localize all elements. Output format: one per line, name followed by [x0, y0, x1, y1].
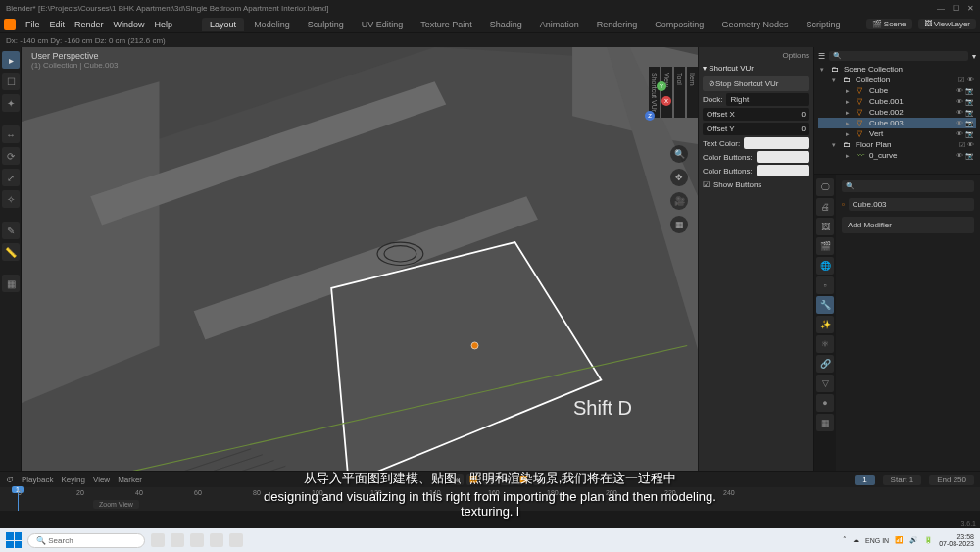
prop-search[interactable]: 🔍 — [842, 180, 974, 192]
taskbar-search[interactable]: 🔍 Search — [27, 533, 145, 548]
select-tool[interactable]: ☐ — [2, 73, 20, 90]
rotate-tool[interactable]: ⟳ — [2, 147, 20, 165]
show-buttons-checkbox[interactable]: ☑ — [703, 180, 710, 189]
menu-window[interactable]: Window — [114, 20, 145, 29]
scene-selector[interactable]: 🎬 Scene — [866, 19, 912, 29]
orientation-gizmo[interactable]: X Y Z — [627, 76, 676, 125]
language-indicator[interactable]: ENG IN — [865, 537, 889, 544]
tray-cloud-icon[interactable]: ☁ — [853, 536, 859, 544]
checkbox-icon[interactable]: ☑ — [958, 76, 964, 84]
taskbar-app-1[interactable] — [151, 533, 165, 547]
add-modifier-button[interactable]: Add Modifier — [842, 217, 974, 233]
outliner-cube003[interactable]: Cube.003 — [869, 119, 904, 127]
menu-help[interactable]: Help — [155, 20, 173, 29]
outliner-floorplan[interactable]: Floor Plan — [856, 140, 891, 149]
menu-edit[interactable]: Edit — [50, 20, 66, 29]
proptab-scene[interactable]: 🎬 — [816, 237, 834, 255]
tab-layout[interactable]: Layout — [202, 18, 244, 31]
menu-render[interactable]: Render — [74, 20, 104, 29]
offset-x-field[interactable]: Offset X 0 — [703, 108, 809, 121]
zoom-icon[interactable]: 🔍 — [670, 145, 688, 163]
volume-icon[interactable]: 🔊 — [909, 536, 918, 544]
tab-animation[interactable]: Animation — [532, 18, 587, 31]
tab-texpaint[interactable]: Texture Paint — [413, 18, 480, 31]
y-axis-icon[interactable]: Y — [657, 81, 666, 91]
transform-tool[interactable]: ✧ — [2, 190, 20, 208]
eye-icon[interactable]: 👁 — [967, 76, 974, 84]
end-frame[interactable]: End 250 — [929, 475, 974, 485]
color-buttons-swatch[interactable] — [757, 151, 809, 163]
tab-uv[interactable]: UV Editing — [354, 18, 412, 31]
taskbar-app-2[interactable] — [171, 533, 184, 547]
view-menu[interactable]: View — [93, 476, 110, 484]
cursor-3d-tool[interactable]: ✦ — [2, 94, 20, 112]
outliner-cube002[interactable]: Cube.002 — [869, 108, 904, 117]
proptab-object[interactable]: ▫ — [816, 276, 834, 294]
taskbar-app-5[interactable] — [229, 533, 243, 547]
close-button[interactable]: ✕ — [967, 4, 974, 13]
battery-icon[interactable]: 🔋 — [924, 536, 933, 544]
x-axis-icon[interactable]: X — [662, 96, 671, 106]
measure-tool[interactable]: 📏 — [2, 243, 20, 261]
tab-rendering[interactable]: Rendering — [589, 18, 646, 31]
marker-menu[interactable]: Marker — [118, 476, 142, 484]
options-menu[interactable]: Options — [782, 51, 809, 60]
stop-shortcut-button[interactable]: ⊘ Stop Shortcut VUr — [703, 76, 809, 91]
annotate-tool[interactable]: ✎ — [2, 222, 20, 239]
outliner-cube001[interactable]: Cube.001 — [869, 97, 904, 106]
menu-file[interactable]: File — [25, 20, 40, 29]
minimize-button[interactable]: — — [937, 4, 945, 13]
proptab-world[interactable]: 🌐 — [816, 257, 834, 275]
viewlayer-selector[interactable]: 🖼 ViewLayer — [918, 19, 976, 29]
move-tool[interactable]: ↔ — [2, 125, 20, 143]
tab-shading[interactable]: Shading — [482, 18, 530, 31]
proptab-texture[interactable]: ▦ — [816, 414, 834, 431]
3d-viewport[interactable]: User Perspective (1) Collection | Cube.0… — [22, 47, 813, 471]
camera-icon[interactable]: 🎥 — [670, 192, 688, 210]
maximize-button[interactable]: ☐ — [953, 4, 959, 13]
outliner-vert[interactable]: Vert — [869, 129, 883, 138]
pan-icon[interactable]: ✥ — [670, 169, 688, 186]
filter-icon[interactable]: ▾ — [972, 52, 976, 61]
proptab-physics[interactable]: ⚛ — [816, 335, 834, 353]
scene-collection[interactable]: Scene Collection — [844, 65, 903, 74]
scale-tool[interactable]: ⤢ — [2, 169, 20, 186]
wifi-icon[interactable]: 📶 — [895, 536, 904, 544]
tray-chevron-icon[interactable]: ˄ — [843, 536, 847, 544]
npanel-tab-item[interactable]: Item — [687, 67, 698, 118]
proptab-output[interactable]: 🖨 — [816, 198, 834, 216]
add-tool[interactable]: ▦ — [2, 275, 20, 292]
cursor-tool[interactable]: ▸ — [2, 51, 20, 69]
taskbar-clock[interactable]: 23:58 07-08-2023 — [939, 533, 974, 547]
tab-scripting[interactable]: Scripting — [798, 18, 848, 31]
proptab-constraint[interactable]: 🔗 — [816, 355, 834, 373]
ortho-icon[interactable]: ▦ — [670, 216, 688, 233]
tab-compositing[interactable]: Compositing — [647, 18, 711, 31]
playback-menu[interactable]: Playback — [22, 476, 53, 484]
tab-modeling[interactable]: Modeling — [246, 18, 298, 31]
current-frame[interactable]: 1 — [855, 475, 874, 485]
collection-node[interactable]: Collection — [856, 75, 890, 84]
outliner-cube[interactable]: Cube — [869, 86, 888, 95]
proptab-mesh[interactable]: ▽ — [816, 375, 834, 392]
start-frame[interactable]: Start 1 — [883, 475, 922, 485]
proptab-view[interactable]: 🖼 — [816, 218, 834, 235]
text-color-swatch[interactable] — [744, 137, 809, 149]
outliner-curve[interactable]: 0_curve — [869, 151, 897, 160]
proptab-particle[interactable]: ✨ — [816, 316, 834, 333]
proptab-material[interactable]: ● — [816, 394, 834, 412]
proptab-modifier[interactable]: 🔧 — [816, 296, 834, 314]
z-axis-icon[interactable]: Z — [645, 111, 655, 121]
windows-start-button[interactable] — [6, 532, 22, 548]
tab-sculpting[interactable]: Sculpting — [300, 18, 352, 31]
tab-geonodes[interactable]: Geometry Nodes — [713, 18, 796, 31]
color-buttons-swatch2[interactable] — [757, 165, 809, 176]
object-name-field[interactable]: Cube.003 — [849, 198, 974, 211]
taskbar-app-4[interactable] — [210, 533, 223, 547]
proptab-render[interactable]: 🖵 — [816, 178, 834, 196]
taskbar-app-3[interactable] — [190, 533, 204, 547]
offset-y-field[interactable]: Offset Y 0 — [703, 123, 809, 135]
dock-select[interactable]: Right — [726, 93, 809, 106]
outliner-search[interactable]: 🔍 — [829, 51, 968, 61]
keying-menu[interactable]: Keying — [61, 476, 84, 484]
